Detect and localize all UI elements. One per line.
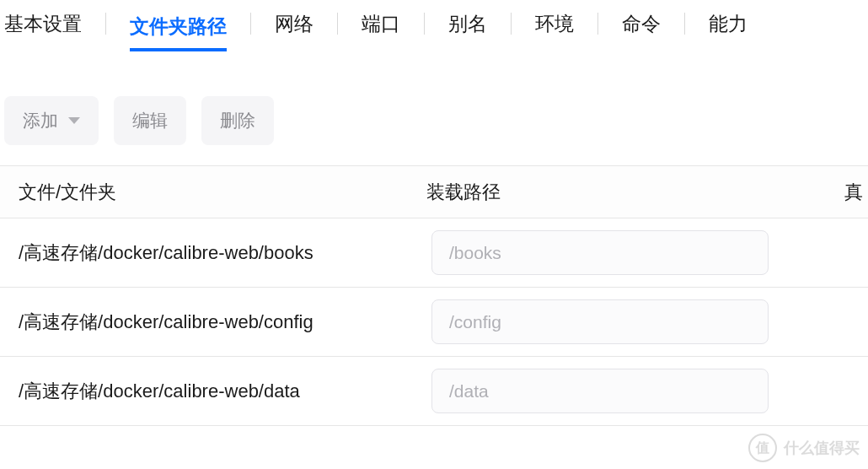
tab-capability[interactable]: 能力 (709, 6, 747, 42)
watermark-text: 什么值得买 (784, 438, 860, 458)
table-row[interactable]: /高速存储/docker/calibre-web/config (0, 288, 868, 357)
tab-separator (511, 13, 512, 35)
tab-separator (337, 13, 338, 35)
col-header-mount: 装载路径 (413, 180, 826, 205)
watermark-badge-icon: 值 (748, 434, 777, 462)
mount-path-input[interactable] (431, 230, 769, 275)
tab-network[interactable]: 网络 (275, 6, 313, 42)
mount-path-input[interactable] (431, 299, 769, 344)
table-row[interactable]: /高速存储/docker/calibre-web/books (0, 218, 868, 288)
edit-button-label: 编辑 (132, 109, 168, 132)
tab-separator (424, 13, 425, 35)
watermark: 值 什么值得买 (748, 434, 860, 462)
chevron-down-icon (68, 117, 80, 124)
tab-alias[interactable]: 别名 (448, 6, 487, 42)
tab-separator (684, 13, 685, 35)
delete-button-label: 删除 (220, 109, 255, 132)
col-header-file: 文件/文件夹 (0, 180, 413, 205)
tab-separator (250, 13, 251, 35)
tab-port[interactable]: 端口 (362, 6, 400, 42)
tab-separator (597, 13, 598, 35)
mount-cell (413, 230, 868, 275)
mount-table: 文件/文件夹 装载路径 真 /高速存储/docker/calibre-web/b… (0, 165, 868, 426)
delete-button[interactable]: 删除 (201, 96, 274, 145)
mount-cell (413, 369, 868, 413)
tab-env[interactable]: 环境 (535, 6, 574, 42)
edit-button[interactable]: 编辑 (114, 96, 186, 145)
mount-path-input[interactable] (431, 369, 769, 413)
table-header: 文件/文件夹 装载路径 真 (0, 166, 868, 218)
table-row[interactable]: /高速存储/docker/calibre-web/data (0, 357, 868, 426)
add-button[interactable]: 添加 (4, 96, 99, 145)
tab-separator (105, 13, 106, 35)
toolbar: 添加 编辑 删除 (0, 47, 868, 165)
add-button-label: 添加 (23, 109, 58, 132)
file-path: /高速存储/docker/calibre-web/data (0, 379, 413, 404)
file-path: /高速存储/docker/calibre-web/books (0, 240, 413, 266)
tab-folder-path[interactable]: 文件夹路径 (130, 8, 227, 51)
tab-basic[interactable]: 基本设置 (4, 6, 82, 42)
mount-cell (413, 299, 868, 344)
tab-bar: 基本设置 文件夹路径 网络 端口 别名 环境 命令 能力 (0, 0, 868, 47)
tab-command[interactable]: 命令 (622, 6, 661, 42)
col-header-real: 真 (826, 180, 868, 205)
file-path: /高速存储/docker/calibre-web/config (0, 310, 413, 335)
